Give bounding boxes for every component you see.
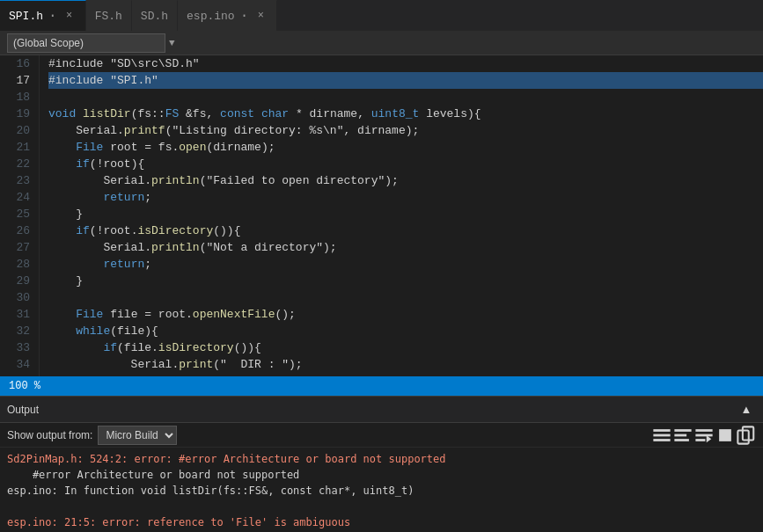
tab-fs-h-label: FS.h [95, 10, 122, 23]
tab-spi-h-close[interactable]: × [62, 9, 77, 23]
line-number-19: 19 [0, 106, 39, 122]
tab-spi-h-label: SPI.h [9, 10, 43, 23]
output-collapse-btn[interactable]: ▲ [737, 400, 756, 419]
code-line-26: if(!root.isDirectory()){ [48, 222, 763, 239]
line-gutter: 1617181920212223242526272829303132333435… [0, 55, 40, 376]
line-number-27: 27 [0, 239, 39, 256]
svg-rect-6 [695, 429, 712, 432]
code-line-27: Serial.println("Not a directory"); [48, 239, 763, 256]
code-line-17: #include "SPI.h" [48, 72, 763, 89]
line-number-25: 25 [0, 206, 39, 222]
tab-esp-ino-dot: · [240, 8, 249, 24]
tabs-bar: SPI.h · × FS.h SD.h esp.ino · × [0, 0, 763, 31]
code-line-19: void listDir(fs::FS &fs, const char * di… [48, 106, 763, 122]
output-controls: ▲ [737, 400, 756, 419]
code-line-28: return; [48, 256, 763, 273]
tab-spi-h-dot: · [48, 8, 57, 24]
line-number-33: 33 [0, 339, 39, 356]
line-number-35: 35 [0, 373, 39, 376]
output-line: esp.ino: In function void listDir(fs::FS… [7, 483, 756, 499]
code-line-21: File root = fs.open(dirname); [48, 139, 763, 156]
output-icon-btn-2[interactable] [673, 426, 693, 445]
output-messages: Sd2PinMap.h: 524:2: error: #error Archit… [0, 448, 763, 532]
code-line-29: } [48, 273, 763, 289]
code-line-24: return; [48, 189, 763, 206]
svg-rect-3 [674, 429, 691, 432]
output-line: #error Architecture or board not support… [7, 467, 756, 483]
output-line: Sd2PinMap.h: 524:2: error: #error Archit… [7, 451, 756, 467]
line-number-20: 20 [0, 122, 39, 139]
line-number-21: 21 [0, 139, 39, 156]
output-icon-btn-5[interactable] [737, 426, 756, 445]
code-line-32: while(file){ [48, 323, 763, 339]
line-number-30: 30 [0, 289, 39, 306]
tab-esp-ino[interactable]: esp.ino · × [178, 0, 277, 31]
line-number-34: 34 [0, 356, 39, 373]
tab-spi-h[interactable]: SPI.h · × [0, 0, 86, 31]
svg-rect-10 [719, 429, 731, 441]
output-source-label: Show output from: [7, 429, 92, 441]
output-line: esp.ino: 21:5: error: reference to 'File… [7, 514, 756, 530]
line-number-31: 31 [0, 306, 39, 323]
line-number-28: 28 [0, 256, 39, 273]
output-source-select[interactable]: Micro Build [98, 426, 177, 445]
tab-esp-ino-label: esp.ino [187, 10, 235, 23]
svg-rect-7 [695, 434, 712, 436]
code-line-25: } [48, 206, 763, 222]
line-number-17: 17 [0, 72, 39, 89]
tab-sd-h-label: SD.h [141, 10, 168, 23]
line-number-26: 26 [0, 222, 39, 239]
svg-rect-8 [695, 439, 705, 441]
code-line-34: Serial.print(" DIR : "); [48, 356, 763, 373]
editor-area: 1617181920212223242526272829303132333435… [0, 55, 763, 376]
code-line-33: if(file.isDirectory()){ [48, 339, 763, 356]
output-panel: Output ▲ Show output from: Micro Build [0, 396, 763, 532]
line-number-22: 22 [0, 156, 39, 172]
tab-fs-h[interactable]: FS.h [86, 0, 132, 31]
line-number-23: 23 [0, 172, 39, 189]
line-number-16: 16 [0, 55, 39, 72]
scope-arrow-icon: ▼ [169, 38, 175, 48]
tab-esp-ino-close[interactable]: × [253, 9, 268, 23]
output-line [7, 499, 756, 514]
line-number-29: 29 [0, 273, 39, 289]
svg-rect-4 [674, 434, 686, 436]
svg-rect-0 [653, 434, 670, 436]
output-icon-btn-1[interactable] [652, 426, 671, 445]
tab-sd-h[interactable]: SD.h [132, 0, 178, 31]
code-content[interactable]: #include "SD\src\SD.h"#include "SPI.h" v… [40, 55, 763, 376]
output-source-icons [652, 426, 756, 445]
svg-rect-1 [653, 429, 670, 432]
line-number-18: 18 [0, 89, 39, 106]
output-source-bar: Show output from: Micro Build [0, 423, 763, 448]
svg-rect-5 [674, 439, 689, 441]
code-line-18 [48, 89, 763, 106]
code-line-16: #include "SD\src\SD.h" [48, 55, 763, 72]
code-line-23: Serial.println("Failed to open directory… [48, 172, 763, 189]
code-line-31: File file = root.openNextFile(); [48, 306, 763, 323]
output-title: Output [7, 404, 737, 416]
scope-select[interactable]: (Global Scope) [7, 33, 165, 53]
scope-bar: (Global Scope) ▼ [0, 31, 763, 55]
output-icon-btn-4[interactable] [715, 426, 735, 445]
output-header: Output ▲ [0, 397, 763, 423]
code-line-22: if(!root){ [48, 156, 763, 172]
output-icon-btn-3[interactable] [694, 426, 714, 445]
line-number-32: 32 [0, 323, 39, 339]
line-number-24: 24 [0, 189, 39, 206]
code-line-35: Serial.println(file.name()); [48, 373, 763, 376]
code-line-20: Serial.printf("Listing directory: %s\n",… [48, 122, 763, 139]
status-bar: 100 % [0, 376, 763, 396]
zoom-level[interactable]: 100 % [9, 380, 40, 392]
code-line-30 [48, 289, 763, 306]
svg-rect-2 [653, 439, 670, 441]
